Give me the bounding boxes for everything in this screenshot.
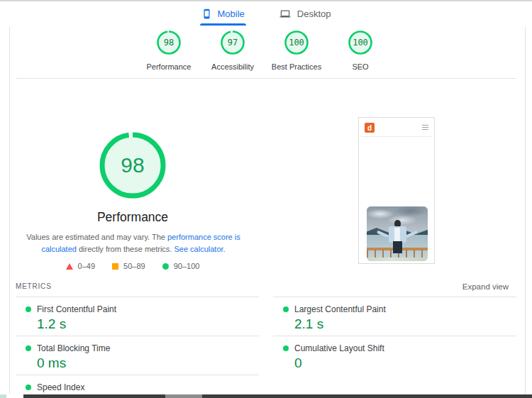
device-tabbar: Mobile Desktop xyxy=(0,1,532,26)
tab-desktop-label: Desktop xyxy=(297,9,331,19)
hero-photo xyxy=(367,206,428,261)
metric-name: First Contentful Paint xyxy=(37,304,116,314)
score-performance[interactable]: 98 Performance xyxy=(137,30,201,71)
score-label: Best Practices xyxy=(265,62,328,71)
photo-shore xyxy=(367,258,428,261)
see-calculator-link[interactable]: See calculator. xyxy=(174,245,225,253)
smartphone-icon xyxy=(201,9,212,19)
score-ring: 100 xyxy=(348,30,373,55)
legend-fail: 0–49 xyxy=(66,262,95,270)
green-dot-icon xyxy=(26,306,31,312)
green-dot-icon xyxy=(283,306,289,312)
metric-name: Speed Index xyxy=(37,382,84,392)
divider xyxy=(361,136,432,137)
taskbar-edge-segment xyxy=(165,394,202,398)
metric-largest-contentful-paint: Largest Contentful Paint 2.1 s xyxy=(273,297,516,336)
score-value: 97 xyxy=(220,30,245,55)
window-left-border xyxy=(9,27,10,394)
photo-person-pants xyxy=(393,241,402,253)
performance-gauge-value: 98 xyxy=(99,132,166,199)
tab-desktop[interactable]: Desktop xyxy=(277,6,333,26)
green-dot-icon xyxy=(26,346,31,351)
legend-range: 0–49 xyxy=(78,262,95,270)
score-ring: 97 xyxy=(220,30,245,55)
score-ring: 98 xyxy=(156,30,182,55)
score-best-practices[interactable]: 100 Best Practices xyxy=(265,30,328,71)
photo-person-shirt xyxy=(389,226,406,243)
taskbar-edge xyxy=(0,394,532,398)
metric-name: Largest Contentful Paint xyxy=(294,304,386,314)
score-legend: 0–49 50–89 90–100 xyxy=(26,262,239,270)
metric-cumulative-layout-shift: Cumulative Layout Shift 0 xyxy=(273,336,516,375)
taskbar-edge-segment xyxy=(23,394,532,398)
score-value: 100 xyxy=(284,30,309,55)
legend-average: 50–89 xyxy=(112,262,145,270)
metric-name: Total Blocking Time xyxy=(37,343,110,353)
metric-name: Cumulative Layout Shift xyxy=(294,343,384,353)
metric-value: 0 ms xyxy=(37,355,66,371)
laptop-icon xyxy=(279,9,292,19)
score-disclaimer: Values are estimated and may vary. The p… xyxy=(21,231,245,255)
legend-range: 90–100 xyxy=(174,262,200,270)
expand-view-toggle[interactable]: Expand view xyxy=(462,282,509,291)
red-triangle-icon xyxy=(66,263,73,270)
tab-mobile[interactable]: Mobile xyxy=(200,6,246,26)
metric-value: 0 xyxy=(294,355,302,371)
orange-square-icon xyxy=(112,263,118,270)
score-seo[interactable]: 100 SEO xyxy=(328,30,392,71)
metrics-heading: METRICS xyxy=(16,282,52,290)
performance-title: Performance xyxy=(26,210,239,225)
metric-first-contentful-paint: First Contentful Paint 1.2 s xyxy=(16,297,259,336)
performance-gauge[interactable]: 98 xyxy=(99,132,166,199)
score-value: 100 xyxy=(348,30,373,55)
score-value: 98 xyxy=(156,30,182,55)
green-dot-icon xyxy=(26,385,31,390)
metric-value: 1.2 s xyxy=(37,316,66,332)
tab-mobile-label: Mobile xyxy=(218,9,245,19)
disclaimer-text: Values are estimated and may vary. The xyxy=(26,233,167,241)
legend-range: 50–89 xyxy=(123,262,145,270)
disclaimer-text: directly from these metrics. xyxy=(77,245,174,253)
score-accessibility[interactable]: 97 Accessibility xyxy=(201,30,265,71)
metric-total-blocking-time: Total Blocking Time 0 ms xyxy=(16,336,259,375)
hamburger-menu-icon xyxy=(422,125,428,131)
window-right-border xyxy=(525,27,526,394)
page-screenshot-thumbnail: d xyxy=(358,117,435,264)
green-dot-icon xyxy=(283,346,289,351)
score-ring: 100 xyxy=(284,30,309,55)
score-label: Accessibility xyxy=(201,62,265,71)
metric-value: 2.1 s xyxy=(294,316,323,332)
score-label: SEO xyxy=(328,62,392,71)
divider xyxy=(16,78,516,79)
taskbar-edge-segment xyxy=(0,394,6,398)
score-label: Performance xyxy=(137,62,201,71)
green-circle-icon xyxy=(162,263,169,270)
legend-pass: 90–100 xyxy=(162,262,200,270)
site-logo: d xyxy=(365,123,375,133)
pagespeed-report: Mobile Desktop 98 Performance 97 Ac xyxy=(0,0,532,398)
